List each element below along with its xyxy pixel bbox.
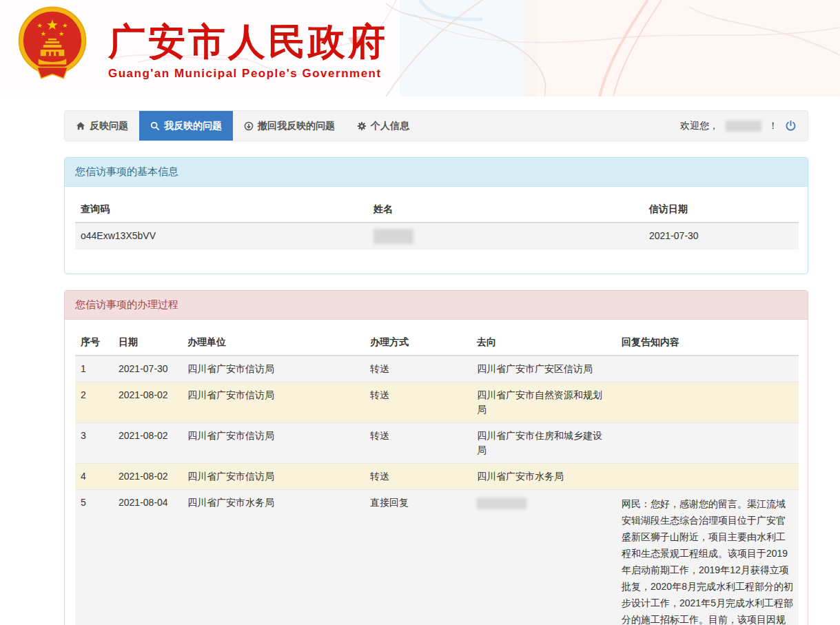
tab-withdraw-issues[interactable]: 撤回我反映的问题 (233, 111, 346, 141)
table-row: 1 2021-07-30 四川省广安市信访局 转送 四川省广安市广安区信访局 (75, 356, 799, 382)
column-header-name: 姓名 (368, 197, 644, 223)
welcome-suffix: ！ (768, 120, 778, 132)
name-value (368, 223, 644, 249)
row-destination: 四川省广安市广安区信访局 (471, 356, 616, 382)
row-date: 2021-08-02 (113, 423, 182, 464)
column-header-reply: 回复告知内容 (616, 330, 799, 356)
svg-text:★: ★ (46, 17, 59, 33)
circle-arrow-down-icon (244, 121, 254, 131)
home-icon (76, 121, 85, 131)
row-unit: 四川省广安市信访局 (182, 423, 365, 464)
svg-text:★: ★ (62, 22, 68, 29)
nav-tabs: 反映问题 我反映的问题 撤回我反映的问题 (65, 111, 420, 141)
column-header-destination: 去向 (471, 330, 616, 356)
row-no: 3 (75, 423, 113, 464)
process-panel-body: 序号 日期 办理单位 办理方式 去向 回复告知内容 1 2021-07-30 四… (65, 320, 808, 625)
column-header-query-code: 查询码 (75, 197, 368, 223)
row-destination: 四川省广安市水务局 (471, 464, 616, 490)
row-reply (616, 356, 799, 382)
row-unit: 四川省广安市信访局 (182, 382, 365, 423)
row-unit: 四川省广安市信访局 (182, 356, 365, 382)
site-subtitle: Guang'an Municipal People's Government (108, 67, 388, 81)
site-title: 广安市人民政府 (108, 21, 388, 62)
row-reply (616, 423, 799, 464)
process-table: 序号 日期 办理单位 办理方式 去向 回复告知内容 1 2021-07-30 四… (75, 330, 799, 625)
basic-info-panel-title: 您信访事项的基本信息 (65, 158, 808, 187)
row-method: 转送 (365, 423, 471, 464)
svg-text:★: ★ (37, 22, 43, 29)
table-row: o44Exw13X5bVV 2021-07-30 (75, 223, 799, 249)
svg-text:★: ★ (59, 30, 64, 37)
svg-text:★: ★ (41, 30, 46, 37)
row-method: 转送 (365, 356, 471, 382)
row-no: 4 (75, 464, 113, 490)
tab-my-issues[interactable]: 我反映的问题 (139, 111, 233, 141)
tab-label: 反映问题 (90, 120, 128, 132)
column-header-date: 信访日期 (644, 197, 799, 223)
process-panel-title: 您信访事项的办理过程 (65, 291, 808, 320)
redacted-name (373, 229, 413, 244)
national-emblem-logo: ★ ★ ★ ★ ★ (17, 4, 88, 88)
row-method: 转送 (365, 382, 471, 423)
column-header-method: 办理方式 (365, 330, 471, 356)
welcome-text: 欢迎您， (680, 120, 719, 132)
row-method: 转送 (365, 464, 471, 490)
tab-personal-info[interactable]: 个人信息 (346, 111, 420, 141)
row-destination: 四川省广安市自然资源和规划局 (471, 382, 616, 423)
site-header: ★ ★ ★ ★ ★ 广安市人民政府 Guang'an Municipal Peo… (0, 0, 840, 96)
table-row: 2 2021-08-02 四川省广安市信访局 转送 四川省广安市自然资源和规划局 (75, 382, 799, 423)
tab-report-issue[interactable]: 反映问题 (65, 111, 139, 141)
table-row: 5 2021-08-04 四川省广安市水务局 直接回复 网民：您好，感谢您的留言… (75, 490, 799, 625)
row-date: 2021-08-02 (113, 464, 182, 490)
basic-info-table: 查询码 姓名 信访日期 o44Exw13X5bVV 2021-07-30 (75, 197, 799, 249)
row-unit: 四川省广安市水务局 (182, 490, 365, 625)
tab-label: 撤回我反映的问题 (258, 120, 335, 132)
redacted-destination (477, 498, 526, 509)
column-header-unit: 办理单位 (182, 330, 365, 356)
row-destination: 四川省广安市住房和城乡建设局 (471, 423, 616, 464)
row-reply: 网民：您好，感谢您的留言。渠江流域安辑湖段生态综合治理项目位于广安官盛新区狮子山… (616, 490, 799, 625)
row-date: 2021-08-02 (113, 382, 182, 423)
process-panel: 您信访事项的办理过程 序号 日期 办理单位 办理方式 去向 回复告知内容 1 (64, 290, 808, 625)
navbar-right: 欢迎您， ！ (680, 111, 808, 141)
row-reply (616, 464, 799, 490)
row-no: 2 (75, 382, 113, 423)
query-code-value: o44Exw13X5bVV (75, 223, 368, 249)
table-row: 4 2021-08-02 四川省广安市信访局 转送 四川省广安市水务局 (75, 464, 799, 490)
row-reply (616, 382, 799, 423)
table-row: 3 2021-08-02 四川省广安市信访局 转送 四川省广安市住房和城乡建设局 (75, 423, 799, 464)
row-unit: 四川省广安市信访局 (182, 464, 365, 490)
tab-label: 我反映的问题 (164, 120, 222, 132)
power-icon (785, 120, 797, 132)
column-header-no: 序号 (75, 330, 113, 356)
logout-button[interactable] (785, 120, 797, 132)
row-date: 2021-08-04 (113, 490, 182, 625)
column-header-date: 日期 (113, 330, 182, 356)
tab-label: 个人信息 (371, 120, 409, 132)
main-navbar: 反映问题 我反映的问题 撤回我反映的问题 (64, 110, 808, 141)
basic-info-panel-body: 查询码 姓名 信访日期 o44Exw13X5bVV 2021-07-30 (65, 187, 808, 274)
petition-date-value: 2021-07-30 (644, 223, 799, 249)
search-icon (150, 121, 160, 131)
row-no: 5 (75, 490, 113, 625)
basic-info-panel: 您信访事项的基本信息 查询码 姓名 信访日期 o44Exw13X5bVV 202… (64, 157, 808, 274)
redacted-username (726, 121, 761, 132)
row-method: 直接回复 (365, 490, 471, 625)
row-destination (471, 490, 616, 625)
row-no: 1 (75, 356, 113, 382)
row-date: 2021-07-30 (113, 356, 182, 382)
gear-icon (357, 121, 367, 131)
